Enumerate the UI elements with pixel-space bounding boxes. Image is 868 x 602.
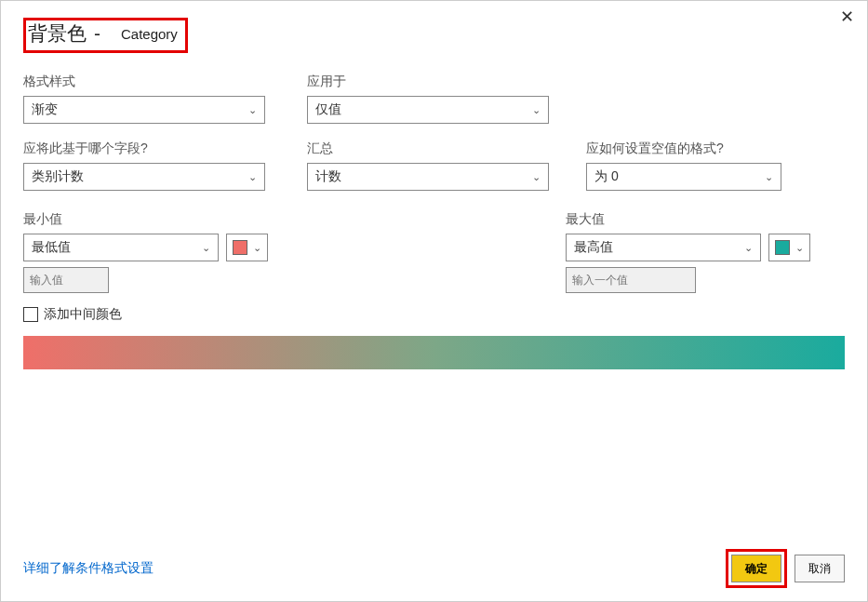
apply-to-select[interactable]: 仅值 ⌄ xyxy=(307,96,549,124)
chevron-down-icon: ⌄ xyxy=(532,104,541,116)
chevron-down-icon: ⌄ xyxy=(532,171,541,183)
midpoint-label: 添加中间颜色 xyxy=(44,306,122,323)
apply-to-label: 应用于 xyxy=(307,74,586,90)
max-value-input[interactable] xyxy=(566,267,696,293)
close-button[interactable]: ✕ xyxy=(840,7,854,27)
base-field-label: 应将此基于哪个字段? xyxy=(23,140,307,157)
summarize-select[interactable]: 计数 ⌄ xyxy=(307,163,549,191)
chevron-down-icon: ⌄ xyxy=(795,242,804,254)
summarize-value: 计数 xyxy=(315,168,341,185)
ok-highlight-box: 确定 xyxy=(726,549,787,588)
chevron-down-icon: ⌄ xyxy=(202,242,210,254)
chevron-down-icon: ⌄ xyxy=(248,104,257,116)
apply-to-value: 仅值 xyxy=(315,101,341,118)
min-value-input[interactable] xyxy=(23,267,109,293)
base-field-value: 类别计数 xyxy=(32,168,84,185)
max-color-swatch xyxy=(775,240,790,255)
empty-format-value: 为 0 xyxy=(594,168,619,185)
min-select[interactable]: 最低值 ⌄ xyxy=(23,234,219,261)
close-icon: ✕ xyxy=(840,7,854,26)
chevron-down-icon: ⌄ xyxy=(248,171,257,183)
ok-button[interactable]: 确定 xyxy=(731,555,781,582)
chevron-down-icon: ⌄ xyxy=(744,242,753,254)
title-dash: - xyxy=(94,22,100,45)
learn-more-link[interactable]: 详细了解条件格式设置 xyxy=(23,560,154,577)
title-category: Category xyxy=(121,26,178,42)
title-highlight-box: 背景色 - Category xyxy=(23,18,188,53)
min-color-picker[interactable]: ⌄ xyxy=(226,234,268,261)
gradient-preview-bar xyxy=(23,336,845,369)
max-label: 最大值 xyxy=(566,211,845,228)
min-select-value: 最低值 xyxy=(32,239,71,256)
midpoint-checkbox[interactable] xyxy=(23,307,38,322)
format-style-value: 渐变 xyxy=(32,101,58,118)
min-color-swatch xyxy=(233,240,247,255)
chevron-down-icon: ⌄ xyxy=(253,242,261,254)
chevron-down-icon: ⌄ xyxy=(765,171,773,183)
max-select-value: 最高值 xyxy=(574,239,613,256)
cancel-button[interactable]: 取消 xyxy=(795,555,845,582)
dialog-title: 背景色 xyxy=(28,20,87,47)
max-select[interactable]: 最高值 ⌄ xyxy=(566,234,761,261)
min-label: 最小值 xyxy=(23,211,302,228)
format-style-label: 格式样式 xyxy=(23,74,307,90)
max-color-picker[interactable]: ⌄ xyxy=(768,234,810,261)
base-field-select[interactable]: 类别计数 ⌄ xyxy=(23,163,265,191)
format-style-select[interactable]: 渐变 ⌄ xyxy=(23,96,265,124)
empty-format-label: 应如何设置空值的格式? xyxy=(586,140,828,157)
summarize-label: 汇总 xyxy=(307,140,586,157)
dialog-title-row: 背景色 - Category xyxy=(23,18,845,53)
empty-format-select[interactable]: 为 0 ⌄ xyxy=(586,163,781,191)
